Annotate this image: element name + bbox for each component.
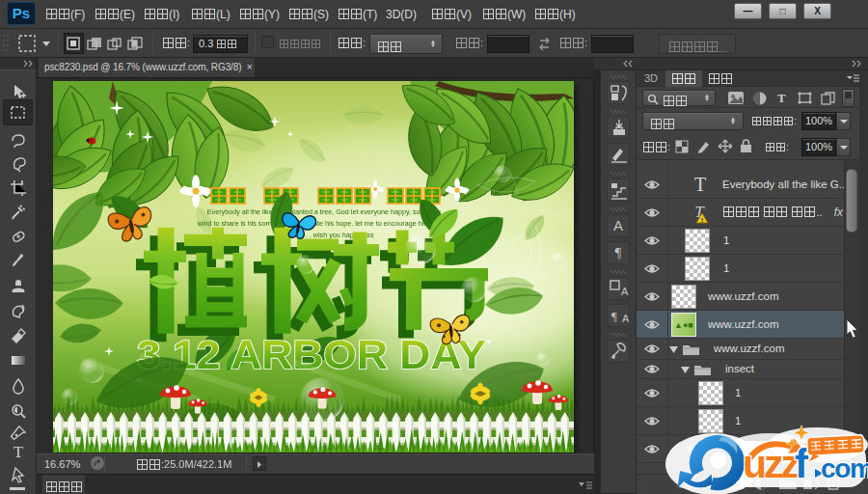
svg-text:A: A xyxy=(622,313,629,324)
svg-text:T: T xyxy=(694,175,706,194)
svg-text:A: A xyxy=(621,286,629,297)
svg-text:T: T xyxy=(14,443,24,460)
svg-text:¶: ¶ xyxy=(615,245,622,261)
svg-text:¶: ¶ xyxy=(611,309,617,323)
svg-text:▲●■: ▲●■ xyxy=(674,320,693,330)
svg-text:!: ! xyxy=(701,216,704,225)
svg-text:uzz: uzz xyxy=(743,442,800,486)
svg-text:com: com xyxy=(821,453,868,483)
svg-text:wind to share is his sorrow, t: wind to share is his sorrow, the more la… xyxy=(197,219,450,228)
svg-text:A: A xyxy=(613,217,623,233)
svg-text:Everybody all the like God pla: Everybody all the like God planted a tre… xyxy=(207,207,441,216)
